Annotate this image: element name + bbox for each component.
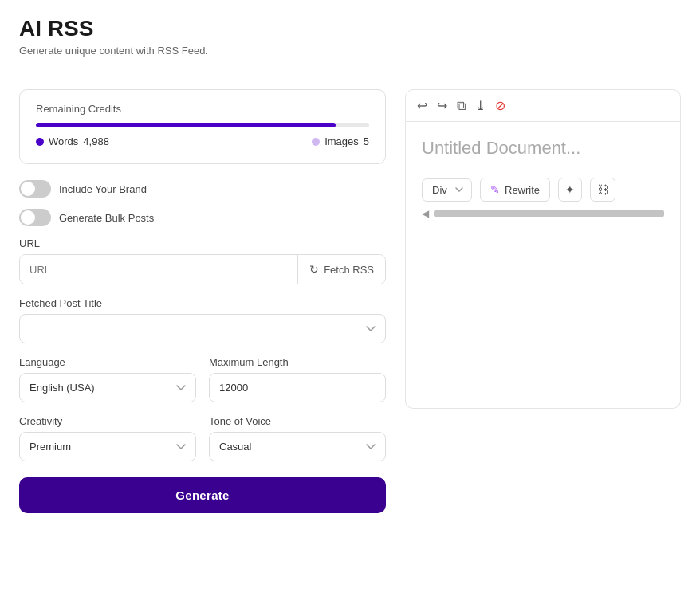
rewrite-label: Rewrite [505, 184, 540, 196]
rewrite-icon: ✎ [490, 183, 500, 196]
brand-toggle-row: Include Your Brand [19, 180, 386, 198]
images-dot [312, 138, 320, 146]
collapse-arrow[interactable]: ◀ [422, 208, 429, 219]
images-credit: Images 5 [312, 135, 369, 147]
sparkle-icon: ✦ [565, 183, 575, 196]
credits-row: Words 4,988 Images 5 [36, 135, 369, 147]
redo-icon[interactable]: ↪ [437, 98, 447, 113]
language-select[interactable]: English (USA) English (UK) Spanish Frenc… [19, 373, 196, 402]
bulk-toggle-label: Generate Bulk Posts [59, 212, 154, 224]
page-subtitle: Generate unique content with RSS Feed. [19, 45, 681, 57]
credits-title: Remaining Credits [36, 103, 369, 115]
tone-label: Tone of Voice [209, 415, 386, 427]
link-icon: ⛓ [597, 183, 608, 196]
bulk-toggle[interactable] [19, 209, 51, 226]
language-maxlength-row: Language English (USA) English (UK) Span… [19, 356, 386, 402]
post-title-label: Fetched Post Title [19, 297, 386, 309]
close-icon[interactable]: ⊘ [495, 98, 505, 113]
bulk-toggle-row: Generate Bulk Posts [19, 209, 386, 226]
editor-content-bar: ◀ [422, 208, 664, 219]
right-panel: ↩ ↪ ⧉ ⤓ ⊘ Untitled Document... Div H1 H2… [405, 89, 681, 409]
div-selector[interactable]: Div H1 H2 P [422, 178, 472, 202]
creativity-select[interactable]: Premium Standard Economy [19, 432, 196, 461]
url-input-wrapper: ↻ Fetch RSS [19, 254, 386, 284]
tone-select[interactable]: Casual Formal Friendly Professional [209, 432, 386, 461]
editor-toolbar: ↩ ↪ ⧉ ⤓ ⊘ [405, 89, 681, 122]
content-highlight-bar [434, 210, 664, 217]
language-label: Language [19, 356, 196, 368]
sparkle-button[interactable]: ✦ [558, 178, 582, 202]
header-divider [19, 73, 681, 73]
copy-icon[interactable]: ⧉ [457, 99, 466, 113]
credits-progress-track [36, 123, 369, 127]
max-length-label: Maximum Length [209, 356, 386, 368]
brand-toggle-label: Include Your Brand [59, 183, 147, 195]
max-length-group: Maximum Length [209, 356, 386, 402]
images-label: Images [324, 135, 359, 147]
undo-icon[interactable]: ↩ [417, 98, 427, 113]
link-button[interactable]: ⛓ [590, 178, 615, 202]
images-value: 5 [364, 135, 369, 147]
document-title[interactable]: Untitled Document... [422, 138, 664, 159]
post-title-select[interactable] [19, 314, 386, 343]
words-dot [36, 138, 44, 146]
words-label: Words [49, 135, 78, 147]
tone-group: Tone of Voice Casual Formal Friendly Pro… [209, 415, 386, 461]
generate-button[interactable]: Generate [19, 477, 386, 513]
words-value: 4,988 [83, 135, 109, 147]
left-panel: Remaining Credits Words 4,988 Images 5 [19, 89, 386, 513]
creativity-tone-row: Creativity Premium Standard Economy Tone… [19, 415, 386, 461]
language-group: Language English (USA) English (UK) Span… [19, 356, 196, 402]
max-length-input[interactable] [209, 373, 386, 402]
editor-sub-toolbar: Div H1 H2 P ✎ Rewrite ✦ ⛓ [422, 178, 664, 202]
fetch-rss-label: Fetch RSS [324, 264, 374, 276]
creativity-group: Creativity Premium Standard Economy [19, 415, 196, 461]
editor-body: Untitled Document... Div H1 H2 P ✎ Rewri… [405, 122, 681, 409]
words-credit: Words 4,988 [36, 135, 109, 147]
rewrite-button[interactable]: ✎ Rewrite [480, 178, 550, 202]
fetch-rss-button[interactable]: ↻ Fetch RSS [297, 255, 385, 284]
download-icon[interactable]: ⤓ [475, 98, 486, 113]
page-title: AI RSS [19, 16, 681, 41]
creativity-label: Creativity [19, 415, 196, 427]
credits-card: Remaining Credits Words 4,988 Images 5 [19, 89, 386, 164]
credits-progress-fill [36, 123, 336, 127]
brand-toggle[interactable] [19, 180, 51, 198]
refresh-icon: ↻ [309, 263, 319, 276]
url-label: URL [19, 237, 386, 249]
url-input[interactable] [20, 255, 297, 284]
